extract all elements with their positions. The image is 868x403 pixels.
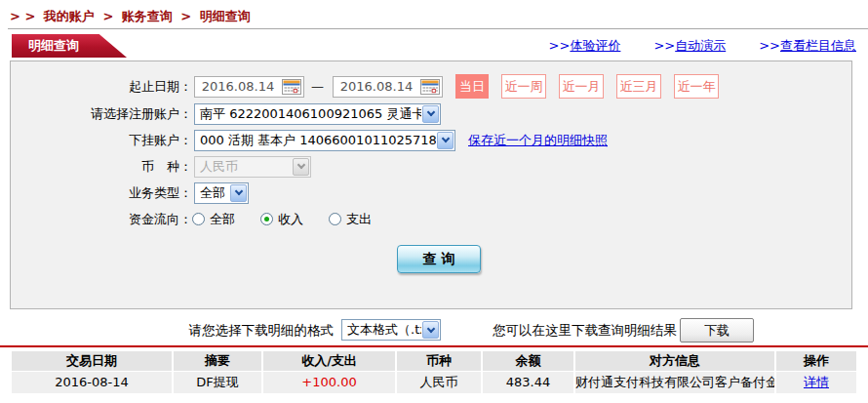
top-divider <box>8 28 868 29</box>
download-hint-text: 您可以在这里下载查询明细结果 <box>493 322 677 340</box>
currency-label: 币 种： <box>11 158 192 176</box>
col-header-amount: 收入/支出 <box>263 351 395 371</box>
currency-row: 币 种： 人民币 <box>11 155 851 178</box>
col-header-action: 操作 <box>776 351 856 371</box>
col-header-counterparty: 对方信息 <box>575 351 774 371</box>
col-header-summary: 摘要 <box>174 351 261 371</box>
breadcrumb-separator: > <box>102 9 113 23</box>
quick-btn-last-week[interactable]: 近一周 <box>501 74 546 99</box>
start-date-input[interactable]: 2016.08.14 <box>194 76 304 98</box>
breadcrumb-item-account-query[interactable]: 账务查询 <box>122 9 173 23</box>
col-header-balance: 余额 <box>483 351 573 371</box>
detail-query-page: > > 我的账户 > 账务查询 > 明细查询 明细查询 >>体验评价 >>自动演… <box>0 0 868 403</box>
business-type-row: 业务类型： 全部 <box>11 181 851 204</box>
register-account-row: 请选择注册账户： 南平 6222001406100921065 灵通卡 <box>11 102 851 125</box>
link-prefix: >> <box>549 38 571 53</box>
end-date-input[interactable]: 2016.08.14 <box>333 76 443 98</box>
cell-counterparty: 财付通支付科技有限公司客户备付金 <box>575 372 774 393</box>
radio-all-label: 全部 <box>210 211 235 228</box>
link-prefix: >> <box>759 38 780 53</box>
tab-detail-query[interactable]: 明细查询 <box>12 34 127 58</box>
radio-checked-icon[interactable] <box>260 213 273 225</box>
download-format-select[interactable]: 文本格式（.txt） <box>341 319 441 341</box>
download-section: 请您选择下载明细的格式 文本格式（.txt） 您可以在这里下载查询明细结果 下载 <box>0 316 868 343</box>
fund-flow-label: 资金流向： <box>11 211 192 228</box>
date-range-label: 起止日期： <box>11 78 192 96</box>
register-account-label: 请选择注册账户： <box>11 105 192 123</box>
breadcrumb-prefix: > > <box>10 9 35 23</box>
fund-flow-row: 资金流向： 全部 收入 支出 <box>11 208 851 230</box>
query-button[interactable]: 查 询 <box>397 245 481 273</box>
cell-action: 详情 <box>776 372 856 393</box>
radio-income-label: 收入 <box>278 211 303 228</box>
cell-summary: DF提现 <box>174 372 261 393</box>
breadcrumb-item-detail-query: 明细查询 <box>200 9 251 23</box>
quick-btn-today[interactable]: 当日 <box>455 74 489 99</box>
radio-all[interactable]: 全部 <box>192 211 235 228</box>
cell-amount: +100.00 <box>263 372 395 393</box>
quick-btn-last-year[interactable]: 近一年 <box>674 74 719 99</box>
sub-account-select[interactable]: 000 活期 基本户 1406600101102571848 <box>194 130 455 151</box>
header-links: >>体验评价 >>自动演示 >>查看栏目信息 <box>549 37 856 55</box>
radio-icon[interactable] <box>192 213 205 225</box>
chevron-down-icon[interactable] <box>422 321 439 339</box>
quick-btn-last-3-months[interactable]: 近三月 <box>616 74 661 99</box>
link-label: 查看栏目信息 <box>780 38 856 53</box>
table-row: 2016-08-14 DF提现 +100.00 人民币 483.44 财付通支付… <box>12 372 856 393</box>
currency-select: 人民币 <box>194 156 311 178</box>
register-account-select[interactable]: 南平 6222001406100921065 灵通卡 <box>194 103 441 125</box>
sub-account-row: 下挂账户： 000 活期 基本户 1406600101102571848 保存近… <box>11 129 851 151</box>
breadcrumb-separator: > <box>180 9 191 23</box>
cell-currency: 人民币 <box>397 372 481 393</box>
link-view-column-info[interactable]: >>查看栏目信息 <box>759 37 856 55</box>
col-header-currency: 币种 <box>397 351 481 371</box>
table-header-row: 交易日期 摘要 收入/支出 币种 余额 对方信息 操作 <box>12 351 856 371</box>
link-label: 自动演示 <box>675 38 726 53</box>
link-experience-evaluation[interactable]: >>体验评价 <box>549 37 621 55</box>
chevron-down-icon <box>293 158 309 176</box>
business-type-label: 业务类型： <box>11 184 192 202</box>
date-range-dash: — <box>311 79 324 94</box>
radio-expense[interactable]: 支出 <box>329 211 372 228</box>
download-format-label: 请您选择下载明细的格式 <box>189 322 335 340</box>
breadcrumb: > > 我的账户 > 账务查询 > 明细查询 <box>10 8 255 25</box>
download-format-value: 文本格式（.txt） <box>342 321 421 339</box>
link-prefix: >> <box>653 38 675 53</box>
radio-icon[interactable] <box>329 213 341 225</box>
download-button[interactable]: 下载 <box>680 318 754 343</box>
col-header-date: 交易日期 <box>12 351 172 371</box>
chevron-down-icon[interactable] <box>422 105 439 123</box>
save-snapshot-link[interactable]: 保存近一个月的明细快照 <box>468 132 608 149</box>
link-auto-demo[interactable]: >>自动演示 <box>653 37 726 55</box>
radio-income[interactable]: 收入 <box>260 211 303 228</box>
sub-account-label: 下挂账户： <box>11 132 192 149</box>
cell-date: 2016-08-14 <box>12 372 172 393</box>
currency-value: 人民币 <box>195 158 292 176</box>
query-form-panel: 起止日期： 2016.08.14 — <box>10 60 852 309</box>
radio-expense-label: 支出 <box>346 211 372 228</box>
table-top-divider <box>0 345 868 347</box>
detail-link[interactable]: 详情 <box>804 375 829 389</box>
link-label: 体验评价 <box>570 38 620 53</box>
cell-balance: 483.44 <box>483 372 573 393</box>
chevron-down-icon[interactable] <box>437 132 454 149</box>
calendar-icon[interactable] <box>419 78 441 96</box>
register-account-value: 南平 6222001406100921065 灵通卡 <box>195 105 421 123</box>
quick-btn-last-month[interactable]: 近一月 <box>559 74 604 99</box>
calendar-icon[interactable] <box>281 78 302 96</box>
end-date-value: 2016.08.14 <box>334 79 419 94</box>
business-type-select[interactable]: 全部 <box>194 182 249 204</box>
chevron-down-icon[interactable] <box>230 184 247 202</box>
breadcrumb-item-my-account[interactable]: 我的账户 <box>44 9 95 23</box>
sub-account-value: 000 活期 基本户 1406600101102571848 <box>195 132 436 149</box>
date-range-row: 起止日期： 2016.08.14 — <box>11 74 851 99</box>
results-table: 交易日期 摘要 收入/支出 币种 余额 对方信息 操作 2016-08-14 D… <box>12 351 856 394</box>
business-type-value: 全部 <box>195 184 229 202</box>
start-date-value: 2016.08.14 <box>195 79 281 94</box>
